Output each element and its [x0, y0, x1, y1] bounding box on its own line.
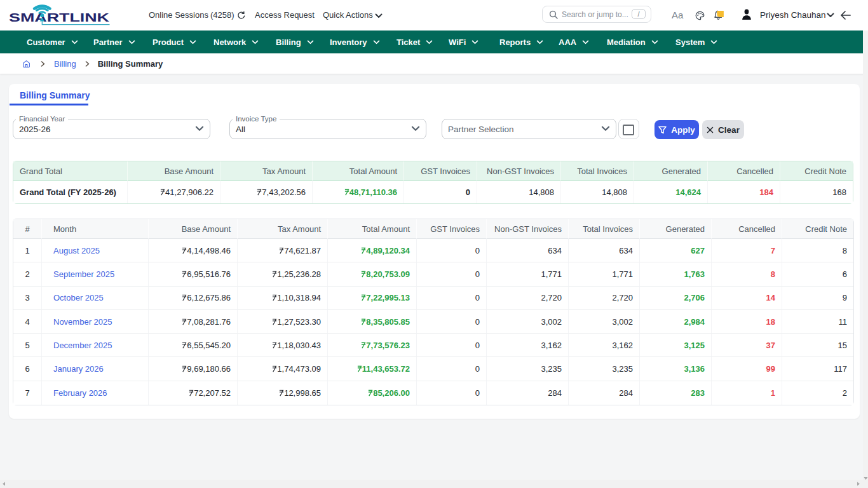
svg-text:SMARTLINK: SMARTLINK	[9, 11, 110, 24]
